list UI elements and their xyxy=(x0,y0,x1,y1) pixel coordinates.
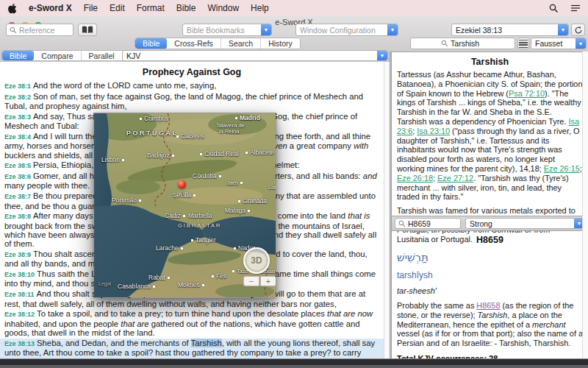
map-overlay: CoimbraMadridTalavera dela ReinaPORTUGAL… xyxy=(93,113,276,298)
strongs-toolbar: H8659 Strong ▼ xyxy=(392,216,588,231)
map-label-badajoz: Badajoz xyxy=(147,152,174,159)
verse-ref-link[interactable]: Eze 38:5 xyxy=(4,162,31,169)
map-label-tangier: Tangier xyxy=(191,236,216,244)
verse-ref-link[interactable]: Eze 38:9 xyxy=(4,251,31,258)
map-label-gibraltar: GIBRALTAR xyxy=(178,222,221,229)
strongs-panel: H8659 תַּרְשִׁישׁ tarshîysh tar-sheesh' … xyxy=(392,232,588,358)
window-configuration-dropdown[interactable]: Window Configuration ▼ xyxy=(295,24,398,36)
map-label-f-s: Fès xyxy=(212,272,226,280)
passage-heading: Prophecy Against Gog xyxy=(0,67,384,77)
bible-scrollbar[interactable] xyxy=(384,62,390,358)
tab-bible[interactable]: Bible xyxy=(135,38,167,49)
scripture-link-eze-26-15[interactable]: Eze 26:15 xyxy=(544,164,580,173)
tab-cross-refs[interactable]: Cross-Refs xyxy=(167,38,221,49)
strongs-pronunciation: tar-sheesh' xyxy=(392,286,588,295)
strongs-hebrew-word: תַּרְשִׁישׁ xyxy=(392,251,588,264)
map-label-m-laga: Málaga xyxy=(225,207,250,214)
map-legal-link[interactable]: Legal xyxy=(98,281,111,286)
verse-ref-link[interactable]: Eze 38:2 xyxy=(4,93,31,101)
scripture-link-eze-26-18[interactable]: Eze 26:18 xyxy=(397,174,433,183)
menu-bar: e-Sword X File Edit Format Bible Window … xyxy=(0,0,588,16)
map-label-la-reina: la Reina xyxy=(219,128,240,135)
study-panel-scrollbar[interactable] xyxy=(582,52,588,358)
map-label-c-rdoba: Córdoba xyxy=(193,172,221,180)
map-label-ciudad-real: Ciudad Real xyxy=(200,150,239,158)
bible-panel-tabs: Bible Cross-Refs Search History xyxy=(135,38,301,49)
strongs-heading: H8659 xyxy=(392,235,588,245)
map-label-larache: Larache xyxy=(156,244,183,252)
scripture-link-isa-23-10[interactable]: Isa 23:10 xyxy=(417,127,450,135)
reference-placeholder: Reference xyxy=(19,26,54,35)
open-book-icon xyxy=(82,26,93,34)
view-tab-parallel[interactable]: Parallel xyxy=(82,51,123,60)
menu-edit[interactable]: Edit xyxy=(110,3,125,13)
study-panel: Tarshish Tartessus (as Asshur became Ath… xyxy=(392,52,588,358)
map-label-granada: Granada xyxy=(238,197,267,205)
strongs-definition: Probably the same as H8658 (as the regio… xyxy=(392,301,588,348)
search-icon xyxy=(398,220,406,227)
map-label-portim-o: Portimão xyxy=(112,197,141,204)
verse-ref-link[interactable]: Eze 38:10 xyxy=(4,271,35,278)
apple-menu-icon[interactable] xyxy=(7,3,17,14)
map-label-casablanca: Casablanca xyxy=(118,283,155,290)
map-zoom-out-button[interactable]: − xyxy=(243,276,259,286)
chevron-down-icon: ▼ xyxy=(261,24,271,35)
scripture-link-h8658[interactable]: H8658 xyxy=(476,301,500,310)
map-label-madrid: Madrid xyxy=(235,114,260,121)
map-label-portugal: PORTUGAL xyxy=(126,130,179,137)
dictionary-paragraph: Tartessus (as Asshur became Athur, Basha… xyxy=(392,70,588,202)
scripture-link-eze-27-12[interactable]: Eze 27:12 xyxy=(437,174,473,183)
verse-ref-link[interactable]: Eze 38:8 xyxy=(4,213,31,220)
menu-format[interactable]: Format xyxy=(137,3,165,13)
verse-eze-38-12: Eze 38:12To take a spoil, and to take a … xyxy=(0,309,384,337)
map-label-mekn-s: Meknès xyxy=(178,281,204,289)
window-bottom-edge xyxy=(0,358,588,368)
strongs-source-dropdown[interactable]: Strong ▼ xyxy=(465,218,585,229)
verse-ref-link[interactable]: Eze 38:3 xyxy=(4,113,31,121)
sync-button[interactable] xyxy=(571,24,585,36)
chevron-down-icon: ▼ xyxy=(387,24,398,35)
selected-word: Tarshish xyxy=(191,339,222,347)
search-icon xyxy=(10,26,17,34)
map-label-lorca: Lorca xyxy=(268,184,276,191)
menu-window[interactable]: Window xyxy=(207,3,239,13)
menu-file[interactable]: File xyxy=(84,3,98,13)
verse-eze-38-13: Eze 38:13Sheba, and Dedan, and the merch… xyxy=(0,339,384,358)
verse-ref-link[interactable]: Eze 38:4 xyxy=(4,133,31,141)
translation-dropdown[interactable]: KJV ▼ xyxy=(122,50,388,61)
scripture-link-psa-72-10[interactable]: Psa 72:10 xyxy=(509,89,545,98)
reference-search-input[interactable]: Reference xyxy=(6,24,74,36)
menu-bible[interactable]: Bible xyxy=(176,3,196,13)
verse-ref-link[interactable]: Eze 38:7 xyxy=(4,193,31,200)
chevron-down-icon: ▼ xyxy=(576,38,586,49)
verse-ref-link[interactable]: Eze 38:12 xyxy=(4,311,35,318)
spotlight-search-icon[interactable] xyxy=(549,4,559,13)
map-3d-button[interactable]: 3D xyxy=(243,247,270,274)
view-tab-bible[interactable]: Bible xyxy=(2,51,34,60)
verse-ref-link[interactable]: Eze 38:6 xyxy=(4,173,31,180)
notification-center-icon[interactable] xyxy=(570,4,581,13)
menu-app[interactable]: e-Sword X xyxy=(29,3,72,13)
verse-ref-link[interactable]: Eze 38:13 xyxy=(4,340,35,347)
dictionary-source-dropdown[interactable]: Fausset ▼ xyxy=(531,38,587,49)
menu-help[interactable]: Help xyxy=(251,3,269,13)
verse-ref-link[interactable]: Eze 38:1 xyxy=(4,82,31,90)
map-label-c-diz: Cádiz xyxy=(165,212,185,219)
tab-search[interactable]: Search xyxy=(221,38,261,49)
map-zoom-in-button[interactable]: + xyxy=(260,276,276,286)
verse-reference-dropdown[interactable]: Ezekiel 38:13 ▼ xyxy=(451,24,569,36)
map-label-albacete: Albacete xyxy=(245,149,274,156)
verse-eze-38-1: Eze 38:1And the word of the LORD came un… xyxy=(0,81,384,91)
view-tab-compare[interactable]: Compare xyxy=(34,51,81,60)
tab-history[interactable]: History xyxy=(261,38,300,49)
bookmarks-book-button[interactable] xyxy=(78,24,97,36)
search-icon xyxy=(441,40,448,47)
strongs-search-input[interactable]: H8659 xyxy=(395,218,461,229)
verse-ref-link[interactable]: Eze 38:11 xyxy=(4,291,35,298)
map-label-lisbon: Lisbon xyxy=(101,156,124,163)
dictionary-search-input[interactable]: Tarshish xyxy=(410,38,515,49)
map-pin-sevilla[interactable] xyxy=(178,180,186,188)
bible-bookmarks-dropdown[interactable]: Bible Bookmarks ▼ xyxy=(182,24,272,36)
map-label-rabat: Rabat xyxy=(148,274,170,281)
dictionary-list-button[interactable] xyxy=(517,38,529,49)
